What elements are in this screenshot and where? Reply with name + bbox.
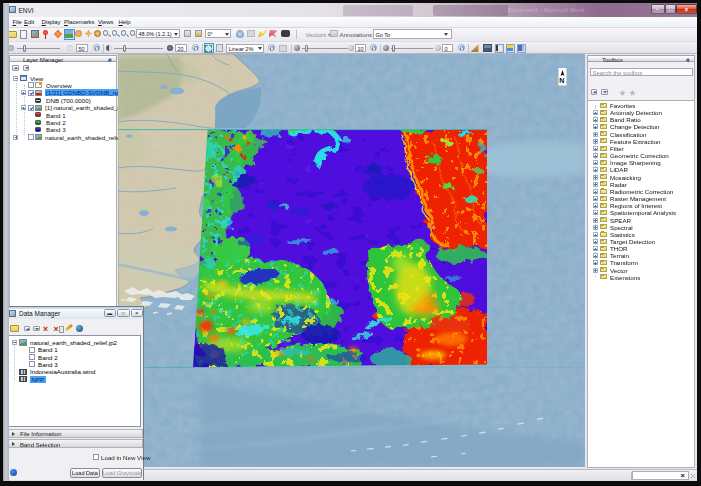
svg-text:N: N [559,76,564,83]
